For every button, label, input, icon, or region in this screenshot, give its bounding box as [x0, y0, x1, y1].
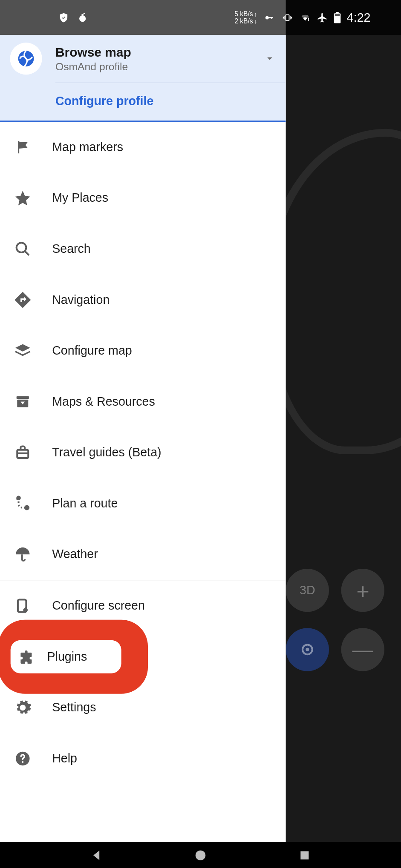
nav-recent-button[interactable]: [297, 847, 312, 862]
profile-avatar: [10, 43, 42, 74]
menu-item-label: Weather: [52, 547, 98, 561]
menu-item-configure-map[interactable]: Configure map: [0, 325, 286, 376]
svg-point-12: [22, 761, 23, 763]
menu-item-map-markers[interactable]: Map markers: [0, 122, 286, 173]
svg-rect-22: [336, 11, 338, 13]
menu-item-label: Navigation: [52, 293, 110, 307]
bomb-icon: [77, 12, 88, 23]
configure-profile-link[interactable]: Configure profile: [0, 83, 286, 120]
callout-highlight: Plugins: [0, 620, 148, 694]
profile-title: Browse map: [55, 45, 265, 60]
directions-icon: [13, 290, 32, 309]
puzzle-icon: [16, 647, 35, 666]
wifi-alert-icon: [299, 12, 312, 22]
status-clock: 4:22: [347, 10, 371, 25]
help-icon: [13, 749, 32, 768]
menu-item-label: Maps & Resources: [52, 395, 155, 409]
chevron-down-icon: [265, 54, 274, 63]
star-icon: [13, 189, 32, 207]
profile-selector[interactable]: Browse map OsmAnd profile: [0, 35, 286, 83]
menu-item-search[interactable]: Search: [0, 223, 286, 275]
menu-item-help[interactable]: Help: [0, 733, 286, 784]
profile-subtitle: OsmAnd profile: [55, 60, 265, 73]
svg-point-24: [196, 850, 205, 860]
search-icon: [13, 240, 32, 258]
menu-item-label: Search: [52, 242, 91, 256]
svg-point-10: [23, 608, 28, 612]
svg-point-3: [17, 243, 26, 252]
vibrate-icon: [281, 12, 294, 22]
svg-rect-20: [308, 20, 309, 21]
menu-item-maps-resources[interactable]: Maps & Resources: [0, 376, 286, 427]
locate-me-button[interactable]: [286, 628, 329, 671]
menu-item-label: Settings: [52, 700, 96, 715]
zoom-out-button[interactable]: —: [341, 628, 384, 671]
zoom-in-button[interactable]: ＋: [341, 569, 384, 612]
map-3d-button[interactable]: 3D: [286, 569, 329, 612]
gear-icon: [13, 698, 32, 717]
svg-point-1: [306, 648, 309, 651]
svg-rect-17: [271, 17, 272, 19]
layers-icon: [13, 341, 32, 360]
svg-rect-18: [286, 14, 289, 20]
net-speed-down: 2 kB/s: [234, 17, 253, 25]
archive-down-icon: [13, 392, 32, 411]
svg-rect-14: [81, 14, 83, 15]
menu-item-label: Help: [52, 751, 77, 766]
menu-item-label: Configure screen: [52, 599, 145, 613]
menu-item-weather[interactable]: Weather: [0, 529, 286, 580]
airplane-mode-icon: [317, 12, 328, 23]
menu-item-label: Plugins: [47, 650, 87, 664]
umbrella-icon: [13, 545, 32, 564]
nav-home-button[interactable]: [193, 847, 208, 862]
menu-item-plugins[interactable]: Plugins: [0, 631, 286, 682]
menu-item-label: Travel guides (Beta): [52, 445, 161, 460]
menu-item-label: Plan a route: [52, 496, 118, 511]
svg-point-8: [25, 506, 29, 509]
net-speed-up: 5 kB/s: [234, 10, 253, 17]
shield-check-icon: [58, 12, 69, 23]
vpn-key-icon: [263, 12, 276, 22]
svg-rect-19: [308, 17, 309, 20]
net-arrows-icon: ↑↓: [254, 11, 257, 24]
menu-item-navigation[interactable]: Navigation: [0, 275, 286, 326]
flag-icon: [13, 138, 32, 157]
menu-item-travel-guides-beta[interactable]: Travel guides (Beta): [0, 427, 286, 478]
battery-icon: [334, 11, 341, 24]
svg-rect-16: [268, 17, 273, 18]
menu-item-label: My Places: [52, 191, 108, 205]
menu-item-my-places[interactable]: My Places: [0, 173, 286, 224]
svg-rect-23: [335, 14, 340, 15]
drawer-menu: Map markersMy PlacesSearchNavigationConf…: [0, 122, 286, 842]
nav-back-button[interactable]: [89, 847, 104, 862]
screen-config-icon: [13, 596, 32, 615]
menu-item-label: Configure map: [52, 344, 132, 358]
status-bar: 5 kB/s 2 kB/s ↑↓ 4:22: [0, 0, 401, 35]
menu-item-plan-a-route[interactable]: Plan a route: [0, 478, 286, 529]
route-icon: [13, 494, 32, 513]
svg-rect-4: [17, 396, 29, 399]
system-nav-bar: [0, 842, 401, 868]
navigation-drawer: Browse map OsmAnd profile Configure prof…: [0, 35, 286, 842]
menu-item-label: Map markers: [52, 140, 123, 155]
svg-rect-25: [300, 851, 309, 859]
briefcase-icon: [13, 443, 32, 462]
globe-icon: [17, 49, 35, 68]
svg-point-13: [79, 15, 86, 22]
profile-header: Browse map OsmAnd profile Configure prof…: [0, 35, 286, 122]
